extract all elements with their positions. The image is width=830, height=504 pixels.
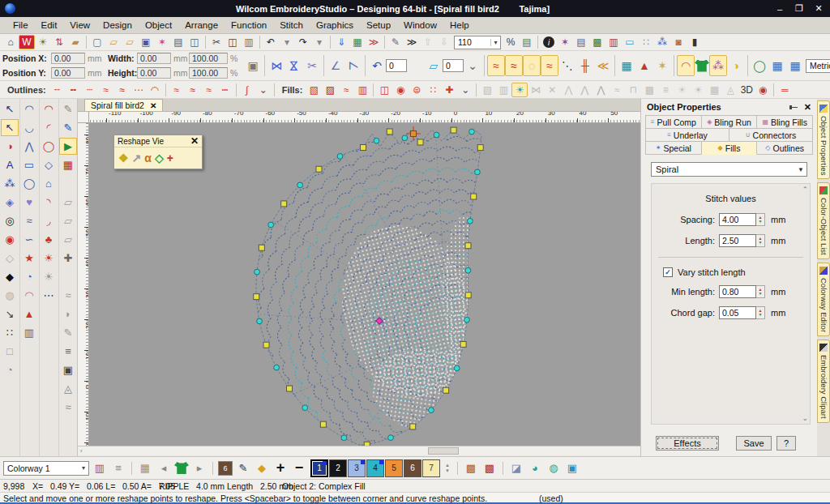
design-canvas[interactable]: Reshape Vie ✕ ❖↗α◇+: [89, 123, 640, 446]
outline-open-icon[interactable]: ╌: [49, 83, 66, 97]
effect-3d-icon[interactable]: 3D: [738, 83, 755, 97]
menu-edit[interactable]: Edit: [35, 17, 64, 33]
satin-line-icon[interactable]: ≈: [541, 55, 558, 76]
monogram-tool[interactable]: ⁂: [1, 175, 19, 192]
blob-tool[interactable]: ◍: [1, 287, 19, 304]
position-x-field[interactable]: 0.00: [51, 53, 85, 64]
home-icon[interactable]: ⌂: [2, 35, 19, 49]
background-icon[interactable]: ▮: [687, 35, 703, 49]
undo-more-icon[interactable]: ▾: [279, 35, 295, 49]
fish-motif-icon[interactable]: ≪: [594, 55, 612, 76]
tab-pull-comp[interactable]: ≡Pull Comp: [645, 115, 702, 129]
rotate-angle-input[interactable]: 0: [386, 59, 407, 72]
length-spinner[interactable]: ▲▼: [756, 234, 765, 247]
tab-connectors[interactable]: ∪Connectors: [729, 128, 813, 142]
pin-icon[interactable]: [789, 103, 798, 111]
fill-satin-icon[interactable]: ▧: [306, 83, 322, 97]
thread-assign-icon[interactable]: ▩: [463, 459, 479, 477]
outlines-label[interactable]: Outlines:: [7, 85, 46, 95]
hex-outline-tool[interactable]: ◇: [1, 250, 19, 267]
effect-flower1-icon[interactable]: ☀: [674, 83, 690, 97]
outline-run2-icon[interactable]: ≈: [169, 83, 185, 97]
print-icon[interactable]: ▤: [170, 35, 186, 49]
tshirt-products-icon[interactable]: [695, 60, 709, 72]
align-tool[interactable]: ✚: [59, 250, 77, 267]
width-field[interactable]: 0.00: [137, 53, 171, 64]
circle-blue-tool[interactable]: ◔: [20, 268, 38, 285]
my-designs-icon[interactable]: ☀: [35, 35, 51, 49]
min-length-input[interactable]: 0.80: [719, 285, 756, 298]
outline-wave-icon[interactable]: ≈: [201, 83, 217, 97]
scale-x-field[interactable]: 100.00: [189, 53, 228, 64]
color-swatch-7[interactable]: 7: [422, 459, 440, 477]
docker-tab-embroidery-clipart[interactable]: Embroidery Clipart: [817, 340, 830, 423]
length-input[interactable]: 2.50: [719, 234, 756, 247]
help-button[interactable]: ?: [777, 436, 796, 451]
more-chevron-icon[interactable]: ⌄: [464, 55, 481, 76]
current-color-chip[interactable]: 6: [218, 461, 233, 476]
effect-feather3-icon[interactable]: ⋀: [593, 83, 609, 97]
stitch-angle-icon[interactable]: α: [144, 152, 152, 164]
closed-curve-tool[interactable]: ◡: [20, 119, 38, 136]
color-bar-icon[interactable]: ▥: [605, 35, 622, 49]
dotted-path-tool[interactable]: ⋯: [40, 287, 58, 304]
horseshoe-tool[interactable]: ◠: [20, 287, 38, 304]
fill-bucket-icon[interactable]: ◆: [254, 459, 270, 477]
appliance-check2[interactable]: ▱: [59, 212, 77, 229]
save-button[interactable]: Save: [736, 436, 772, 451]
effect-square-icon[interactable]: ⊓: [625, 83, 641, 97]
dashed-curve-tool[interactable]: ◠: [40, 100, 58, 117]
menu-setup[interactable]: Setup: [360, 17, 397, 33]
vary-stitch-checkbox[interactable]: ✓: [663, 267, 673, 277]
folder-icon[interactable]: ▰: [67, 35, 83, 49]
reshape-tool[interactable]: ↖: [1, 119, 19, 136]
picture-icon[interactable]: ▦: [618, 55, 635, 76]
new-design-icon[interactable]: ▢: [89, 35, 105, 49]
zoom-percent-icon[interactable]: %: [503, 35, 519, 49]
fill-spiral-icon[interactable]: ◉: [392, 83, 409, 97]
stitch-player-tool[interactable]: ▶: [59, 138, 77, 155]
zoom-combo[interactable]: 110▾: [454, 36, 501, 49]
outline-zigzag-icon[interactable]: ≈: [98, 83, 114, 97]
house-shape-tool[interactable]: ⌂: [40, 175, 58, 192]
freehand2-tool[interactable]: ∽: [20, 231, 38, 248]
skew-shape-icon[interactable]: ▱: [425, 55, 443, 76]
pen-tablet-icon[interactable]: ✎: [387, 35, 404, 49]
thread-chart-icon[interactable]: ▩: [589, 35, 605, 49]
design-workspace-icon[interactable]: ▦: [349, 35, 366, 49]
workgroup-icon[interactable]: ⁂: [654, 35, 670, 49]
grid-icon[interactable]: ∷: [638, 35, 654, 49]
color-swatch-2[interactable]: 2: [329, 459, 347, 477]
leaf-tool[interactable]: ♣: [40, 231, 58, 248]
bezier-tool[interactable]: ⋀: [20, 138, 38, 155]
open-recent-icon[interactable]: ▱: [122, 35, 138, 49]
menu-window[interactable]: Window: [397, 17, 443, 33]
tab-special[interactable]: ✶Special: [645, 141, 702, 155]
add-color-icon[interactable]: +: [272, 459, 289, 477]
menu-help[interactable]: Help: [443, 17, 476, 33]
outline-run3-icon[interactable]: ≈: [185, 83, 201, 97]
thread-list-icon[interactable]: ≡: [110, 459, 126, 477]
polygon-tool[interactable]: ◇: [40, 156, 58, 173]
chord-gap-spinner[interactable]: ▲▼: [756, 306, 765, 319]
sliders-tool[interactable]: ≡: [59, 343, 77, 360]
horseshoe-icon[interactable]: ◠: [677, 55, 695, 76]
thread-remove-icon[interactable]: ▩: [481, 459, 498, 477]
draw-arrow-tool[interactable]: ↘: [1, 305, 19, 322]
units-combo[interactable]: Metric▾: [806, 59, 830, 73]
color-swatch-6[interactable]: 6: [404, 459, 421, 477]
menu-object[interactable]: Object: [139, 17, 178, 33]
effect-texture-icon[interactable]: ▧: [479, 83, 495, 97]
tab-outlines[interactable]: ◇Outlines: [756, 141, 813, 155]
ellipse-run-tool[interactable]: ◯: [40, 138, 58, 155]
copy-icon[interactable]: ◫: [225, 35, 241, 49]
curve-arrow-tool[interactable]: ◝: [40, 194, 58, 211]
effect-feather2-icon[interactable]: ⋀: [576, 83, 593, 97]
hoop-icon[interactable]: ▭: [622, 35, 638, 49]
design-notes-icon[interactable]: ✶: [557, 35, 573, 49]
skew-angle-input[interactable]: 0: [443, 59, 464, 72]
position-y-field[interactable]: 0.00: [51, 67, 85, 79]
product-tshirt-icon[interactable]: [174, 462, 189, 474]
menu-file[interactable]: File: [6, 17, 35, 33]
paste-icon[interactable]: ▥: [241, 35, 257, 49]
